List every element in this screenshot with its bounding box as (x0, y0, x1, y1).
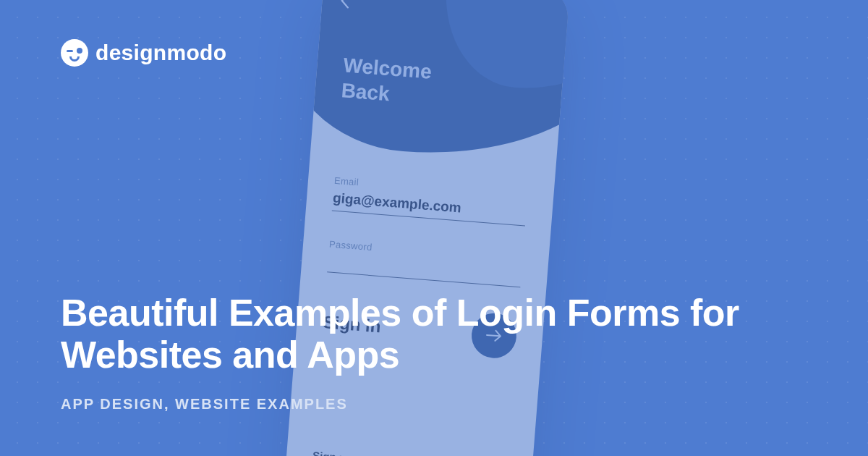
brand-name: designmodo (95, 41, 226, 65)
category-tags: APP DESIGN, WEBSITE EXAMPLES (61, 396, 807, 413)
back-icon[interactable] (339, 0, 350, 14)
password-field-group: Password (327, 238, 523, 287)
welcome-heading: Welcome Back (341, 52, 433, 109)
signup-link[interactable]: Sign up (312, 449, 352, 456)
email-field-group: Email giga@example.com (332, 175, 528, 227)
designmodo-logo-icon (61, 39, 88, 67)
brand-logo: designmodo (61, 39, 226, 67)
page-title: Beautiful Examples of Login Forms for We… (61, 292, 807, 376)
